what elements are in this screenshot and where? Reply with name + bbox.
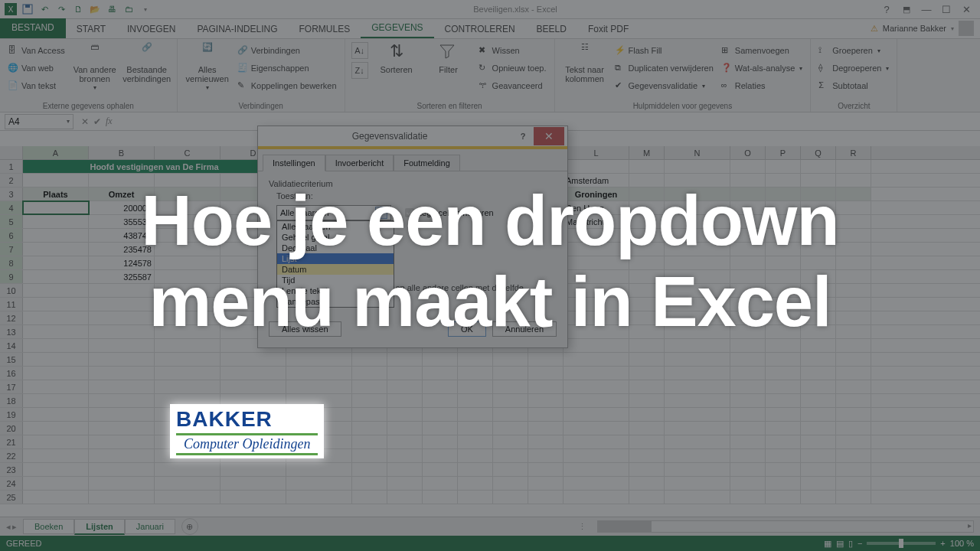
cell[interactable]: [564, 298, 629, 311]
user-name[interactable]: Marianne Bakker: [883, 24, 946, 33]
cell[interactable]: [730, 284, 766, 297]
dialog-help-icon[interactable]: ?: [512, 132, 534, 141]
cell[interactable]: [629, 174, 665, 187]
cell[interactable]: [629, 229, 665, 242]
cell[interactable]: [665, 435, 730, 448]
cell[interactable]: [836, 256, 871, 269]
cell[interactable]: [629, 284, 665, 297]
ribbon-collapse-icon[interactable]: ⬒: [897, 2, 916, 17]
opnieuw-button[interactable]: ↻Opnieuw toep.: [477, 60, 548, 77]
cell[interactable]: [155, 311, 220, 324]
cell[interactable]: [665, 160, 730, 173]
option-lengte-tekst[interactable]: Lengte tekst: [277, 285, 394, 296]
cell[interactable]: [629, 422, 665, 435]
sheet-tab-lijsten[interactable]: Lijsten: [74, 519, 124, 535]
cell[interactable]: [89, 298, 155, 311]
cell[interactable]: [836, 367, 871, 380]
cell[interactable]: [665, 270, 730, 283]
wissen-button[interactable]: ✖Wissen: [477, 42, 548, 59]
cell[interactable]: [89, 353, 155, 366]
cell[interactable]: [730, 243, 766, 256]
cell[interactable]: [564, 353, 629, 366]
cell[interactable]: [836, 394, 871, 407]
cell[interactable]: [801, 229, 836, 242]
cell[interactable]: [352, 463, 387, 476]
cell[interactable]: [629, 187, 665, 201]
view-pagebreak-icon[interactable]: ▯: [848, 539, 853, 549]
cell[interactable]: [766, 187, 801, 201]
cell[interactable]: [352, 380, 387, 393]
cell[interactable]: [352, 477, 387, 490]
cell[interactable]: [730, 325, 766, 338]
cell[interactable]: [493, 422, 528, 435]
cell[interactable]: [286, 491, 352, 504]
cell[interactable]: [89, 367, 155, 380]
cell[interactable]: [387, 435, 423, 448]
flash-fill-button[interactable]: ⚡Flash Fill: [613, 42, 715, 59]
option-tijd[interactable]: Tijd: [277, 275, 394, 285]
cell[interactable]: [458, 353, 493, 366]
cell[interactable]: [423, 380, 458, 393]
row-header[interactable]: 23: [0, 463, 23, 476]
qat-more-icon[interactable]: ▾: [138, 2, 153, 17]
cell[interactable]: [23, 284, 89, 297]
cell[interactable]: [155, 325, 220, 338]
cell[interactable]: [155, 477, 220, 490]
cell[interactable]: [564, 449, 629, 462]
cell[interactable]: [564, 256, 629, 269]
row-header[interactable]: 12: [0, 311, 23, 324]
cell[interactable]: [730, 229, 766, 242]
cell[interactable]: [564, 477, 629, 490]
cell[interactable]: [528, 449, 564, 462]
cell[interactable]: [286, 380, 352, 393]
tab-gegevens[interactable]: GEGEVENS: [361, 18, 433, 38]
cell[interactable]: [89, 380, 155, 393]
van-access-button[interactable]: 🗄Van Access: [6, 42, 67, 59]
cell[interactable]: [801, 187, 836, 201]
andere-bronnen-button[interactable]: 🗃Van andere bronnen▾: [71, 42, 119, 92]
relaties-button[interactable]: ∞Relaties: [720, 77, 804, 94]
cell[interactable]: [665, 463, 730, 476]
cell[interactable]: [286, 477, 352, 490]
add-sheet-button[interactable]: ⊕: [181, 518, 198, 535]
cell[interactable]: [23, 325, 89, 338]
cell[interactable]: [801, 422, 836, 435]
cell[interactable]: [220, 367, 286, 380]
cell[interactable]: [89, 339, 155, 352]
clear-all-button[interactable]: Alles wissen: [269, 321, 341, 337]
cell[interactable]: 235478: [89, 243, 155, 256]
zoom-slider[interactable]: [867, 542, 936, 545]
cancel-button[interactable]: Annuleren: [492, 321, 557, 337]
cell[interactable]: [730, 422, 766, 435]
cell[interactable]: [155, 270, 220, 283]
cell[interactable]: [564, 408, 629, 421]
cell[interactable]: [766, 284, 801, 297]
cell[interactable]: [665, 187, 730, 201]
cell[interactable]: [493, 449, 528, 462]
cell[interactable]: [423, 408, 458, 421]
cell[interactable]: [801, 256, 836, 269]
cell[interactable]: [23, 380, 89, 393]
cell[interactable]: [23, 394, 89, 407]
cell[interactable]: [801, 435, 836, 448]
cell[interactable]: [155, 215, 220, 228]
cell[interactable]: Groningen: [564, 187, 629, 201]
cell[interactable]: [766, 477, 801, 490]
cell[interactable]: [730, 435, 766, 448]
option-lijst[interactable]: Lijst: [277, 253, 394, 264]
cell[interactable]: [766, 435, 801, 448]
cell[interactable]: [836, 270, 871, 283]
samenvoegen-button[interactable]: ⊞Samenvoegen: [720, 42, 804, 59]
cell[interactable]: [730, 201, 766, 214]
cell[interactable]: [155, 298, 220, 311]
column-header[interactable]: A: [23, 146, 89, 159]
cell[interactable]: [766, 408, 801, 421]
cell[interactable]: [836, 477, 871, 490]
cell[interactable]: [730, 311, 766, 324]
row-header[interactable]: 10: [0, 284, 23, 297]
sorteren-button[interactable]: ⇅Sorteren: [373, 42, 420, 74]
cell[interactable]: [387, 491, 423, 504]
sort-asc-button[interactable]: A↓: [351, 42, 368, 59]
row-header[interactable]: 7: [0, 243, 23, 256]
row-header[interactable]: 19: [0, 408, 23, 421]
